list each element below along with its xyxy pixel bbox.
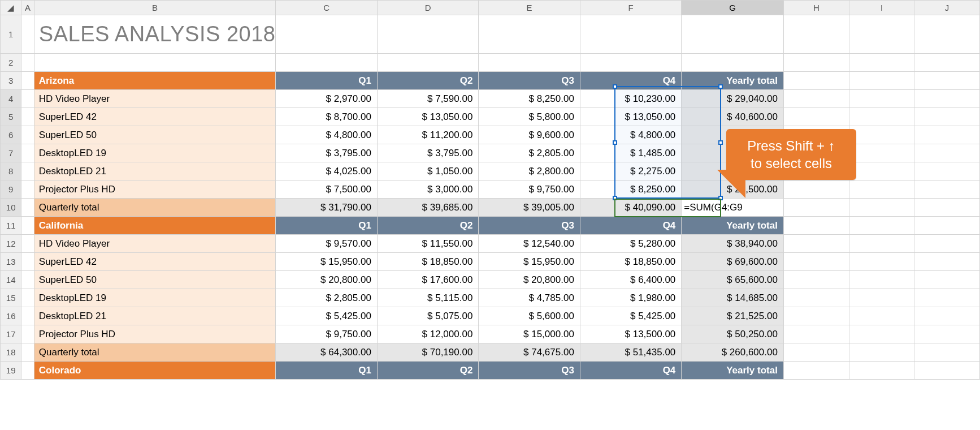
product-name[interactable]: HD Video Player — [34, 90, 276, 108]
cell[interactable] — [21, 180, 34, 199]
cell[interactable] — [783, 343, 849, 362]
cell[interactable] — [21, 199, 34, 217]
quarterly-total-label[interactable]: Quarterly total — [34, 199, 276, 217]
col-label-q4[interactable]: Q4 — [580, 362, 681, 380]
row-header-11[interactable]: 11 — [1, 217, 21, 235]
cell[interactable]: $ 7,500.00 — [276, 180, 377, 199]
col-header-H[interactable]: H — [783, 1, 849, 15]
cell[interactable]: $ 8,700.00 — [276, 108, 377, 126]
cell[interactable] — [914, 180, 980, 199]
row-header-10[interactable]: 10 — [1, 199, 21, 217]
row-header-2[interactable]: 2 — [1, 54, 21, 72]
cell[interactable] — [21, 54, 34, 72]
cell[interactable] — [849, 180, 914, 199]
col-label-q1[interactable]: Q1 — [276, 362, 377, 380]
row-header-12[interactable]: 12 — [1, 235, 21, 253]
row-header-4[interactable]: 4 — [1, 90, 21, 108]
row-header-13[interactable]: 13 — [1, 253, 21, 271]
cell[interactable] — [849, 90, 914, 108]
cell[interactable] — [914, 217, 980, 235]
cell[interactable]: $ 74,675.00 — [479, 343, 580, 362]
cell[interactable] — [21, 307, 34, 325]
col-label-q2[interactable]: Q2 — [377, 362, 478, 380]
cell[interactable] — [783, 325, 849, 343]
product-name[interactable]: SuperLED 50 — [34, 271, 276, 289]
cell[interactable] — [849, 343, 914, 362]
col-header-F[interactable]: F — [580, 1, 681, 15]
cell[interactable]: $ 18,850.00 — [377, 253, 478, 271]
col-header-C[interactable]: C — [276, 1, 377, 15]
cell[interactable]: $ 3,795.00 — [276, 144, 377, 162]
cell[interactable] — [21, 72, 34, 90]
row-header-1[interactable]: 1 — [1, 15, 21, 54]
cell[interactable] — [914, 325, 980, 343]
cell[interactable]: $ 4,025.00 — [276, 162, 377, 180]
cell[interactable]: $ 2,275.00 — [580, 162, 681, 180]
cell[interactable] — [783, 72, 849, 90]
cell[interactable] — [783, 180, 849, 199]
cell[interactable] — [783, 235, 849, 253]
cell[interactable]: $ 14,685.00 — [682, 289, 784, 307]
cell[interactable]: $ 65,600.00 — [682, 271, 784, 289]
cell[interactable] — [682, 54, 784, 72]
col-label-yearly[interactable]: Yearly total — [682, 362, 784, 380]
cell[interactable]: $ 5,075.00 — [377, 307, 478, 325]
cell[interactable] — [914, 362, 980, 380]
cell[interactable]: $ 13,050.00 — [377, 108, 478, 126]
cell[interactable]: $ 17,600.00 — [377, 271, 478, 289]
cell[interactable]: $ 5,280.00 — [580, 235, 681, 253]
cell[interactable] — [849, 162, 914, 180]
cell[interactable]: $ 15,000.00 — [479, 325, 580, 343]
cell[interactable] — [21, 162, 34, 180]
cell[interactable]: $ 70,190.00 — [377, 343, 478, 362]
cell[interactable] — [914, 199, 980, 217]
formula-input-cell[interactable]: =SUM(G4:G9 — [682, 199, 784, 217]
cell[interactable]: $ 29,040.00 — [682, 90, 784, 108]
col-label-q1[interactable]: Q1 — [276, 72, 377, 90]
grid[interactable]: ◢ A B C D E F G H I J 1 SALES ANALYSIS 2… — [0, 0, 980, 380]
cell[interactable]: $ 9,600.00 — [479, 126, 580, 144]
cell[interactable] — [783, 90, 849, 108]
cell[interactable] — [849, 108, 914, 126]
cell[interactable] — [849, 144, 914, 162]
cell[interactable] — [914, 235, 980, 253]
col-label-q4[interactable]: Q4 — [580, 217, 681, 235]
cell[interactable]: $ 13,050.00 — [580, 108, 681, 126]
cell[interactable]: $ 50,250.00 — [682, 325, 784, 343]
row-header-18[interactable]: 18 — [1, 343, 21, 362]
cell[interactable] — [377, 54, 478, 72]
cell[interactable] — [21, 271, 34, 289]
cell[interactable] — [849, 54, 914, 72]
cell[interactable]: $ 39,005.00 — [479, 199, 580, 217]
cell[interactable]: $ 13,500.00 — [580, 325, 681, 343]
product-name[interactable]: Projector Plus HD — [34, 180, 276, 199]
col-header-G[interactable]: G — [682, 1, 784, 15]
cell[interactable] — [21, 108, 34, 126]
col-header-A[interactable]: A — [21, 1, 34, 15]
col-label-q3[interactable]: Q3 — [479, 72, 580, 90]
cell[interactable] — [914, 307, 980, 325]
cell[interactable]: $ 38,940.00 — [682, 235, 784, 253]
row-header-15[interactable]: 15 — [1, 289, 21, 307]
cell[interactable] — [783, 271, 849, 289]
col-label-yearly[interactable]: Yearly total — [682, 217, 784, 235]
cell[interactable]: $ 6,400.00 — [580, 271, 681, 289]
cell[interactable] — [21, 362, 34, 380]
cell[interactable]: $ 40,600.00 — [682, 108, 784, 126]
page-title[interactable]: SALES ANALYSIS 2018 — [34, 15, 276, 54]
cell[interactable] — [914, 162, 980, 180]
cell[interactable] — [849, 15, 914, 54]
cell[interactable]: $ 4,785.00 — [479, 289, 580, 307]
cell[interactable]: $ 9,750.00 — [479, 180, 580, 199]
cell[interactable]: $ 260,600.00 — [682, 343, 784, 362]
cell[interactable]: $ 11,550.00 — [377, 235, 478, 253]
cell[interactable] — [783, 289, 849, 307]
cell[interactable]: $ 4,800.00 — [580, 126, 681, 144]
cell[interactable] — [783, 362, 849, 380]
cell[interactable] — [914, 271, 980, 289]
cell[interactable]: $ 11,200.00 — [377, 126, 478, 144]
cell[interactable] — [914, 289, 980, 307]
row-header-3[interactable]: 3 — [1, 72, 21, 90]
cell[interactable]: $ 12,000.00 — [377, 325, 478, 343]
cell[interactable]: $ 9,750.00 — [276, 325, 377, 343]
